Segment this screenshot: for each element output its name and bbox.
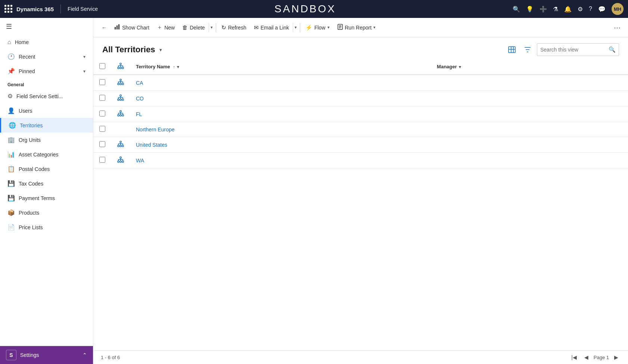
svg-rect-32 — [122, 99, 124, 100]
email-caret[interactable]: ▾ — [293, 23, 298, 32]
record-count: 1 - 6 of 6 — [101, 355, 120, 360]
back-icon: ← — [102, 25, 107, 31]
filter-view-icon[interactable] — [521, 43, 534, 56]
recent-icon: 🕐 — [7, 53, 15, 60]
sidebar-item-asset-categories[interactable]: 📊 Asset Categories — [0, 147, 93, 162]
territory-name-link[interactable]: FL — [136, 111, 142, 117]
chart-icon — [114, 24, 120, 31]
chat-icon[interactable]: 💬 — [598, 6, 606, 13]
prev-page-button[interactable]: ◀ — [582, 354, 591, 361]
sidebar-item-territories[interactable]: 🌐 Territories — [0, 118, 93, 133]
svg-rect-50 — [122, 145, 124, 147]
table-row[interactable]: United States — [93, 137, 628, 153]
manager-cell — [431, 122, 628, 137]
territory-name-link[interactable]: CO — [136, 96, 144, 102]
territory-org-icon — [117, 79, 124, 85]
first-page-button[interactable]: |◀ — [569, 354, 579, 361]
row-checkbox-cell — [93, 137, 111, 153]
lightbulb-icon[interactable]: 💡 — [526, 6, 534, 13]
more-options-icon[interactable]: ⋯ — [611, 22, 624, 33]
filter-icon[interactable]: ⚗ — [553, 6, 558, 13]
back-button[interactable]: ← — [98, 22, 111, 33]
table-row[interactable]: FL — [93, 106, 628, 122]
svg-rect-21 — [118, 83, 119, 85]
sidebar-item-org-units[interactable]: 🏢 Org Units — [0, 133, 93, 147]
new-plus-icon: ＋ — [157, 24, 162, 31]
tax-codes-icon: 💾 — [7, 180, 15, 187]
territory-name-link[interactable]: Northern Europe — [136, 127, 175, 133]
row-checkbox[interactable] — [99, 95, 105, 101]
sidebar-item-pinned[interactable]: 📌 Pinned ▾ — [0, 64, 93, 78]
sidebar-item-recent[interactable]: 🕐 Recent ▾ — [0, 49, 93, 64]
flow-icon: ⚡ — [305, 24, 313, 31]
svg-rect-22 — [120, 83, 121, 85]
row-checkbox[interactable] — [99, 126, 105, 132]
row-icon-cell — [111, 106, 130, 122]
search-box: 🔍 — [537, 43, 619, 56]
delete-button[interactable]: 🗑 Delete — [178, 22, 208, 33]
manager-col-header[interactable]: Manager ▾ — [431, 59, 628, 75]
table-row[interactable]: WA — [93, 153, 628, 168]
svg-rect-49 — [120, 145, 121, 147]
sidebar-item-products[interactable]: 📦 Products — [0, 205, 93, 220]
territory-name-label: Territory Name — [136, 64, 170, 69]
notification-icon[interactable]: 🔔 — [564, 6, 572, 13]
help-icon[interactable]: ? — [589, 6, 592, 12]
hamburger-menu-icon[interactable]: ☰ — [0, 18, 93, 35]
add-icon[interactable]: ➕ — [540, 6, 547, 13]
view-title-caret-icon[interactable]: ▾ — [159, 47, 162, 53]
postal-codes-icon: 📋 — [7, 165, 15, 172]
sidebar-item-payment-terms[interactable]: 💾 Payment Terms — [0, 191, 93, 205]
run-report-button[interactable]: Run Report ▾ — [333, 22, 380, 33]
row-checkbox[interactable] — [99, 111, 105, 116]
show-chart-button[interactable]: Show Chart — [111, 22, 153, 33]
table-row[interactable]: CA — [93, 75, 628, 91]
sidebar-item-users[interactable]: 👤 Users — [0, 103, 93, 118]
app-launcher-icon[interactable] — [4, 5, 13, 13]
sidebar-item-tax-codes-label: Tax Codes — [19, 181, 43, 187]
search-icon[interactable]: 🔍 — [513, 6, 520, 13]
search-submit-icon[interactable]: 🔍 — [609, 46, 616, 53]
table-row[interactable]: Northern Europe — [93, 122, 628, 137]
row-checkbox[interactable] — [99, 79, 105, 85]
view-header: All Territories ▾ — [93, 37, 628, 59]
svg-rect-14 — [122, 67, 124, 69]
sidebar-item-price-lists[interactable]: 📄 Price Lists — [0, 220, 93, 234]
view-columns-icon[interactable] — [506, 43, 518, 56]
refresh-button[interactable]: ↻ Refresh — [218, 22, 250, 33]
new-button[interactable]: ＋ New — [153, 22, 178, 33]
sidebar-item-home[interactable]: ⌂ Home — [0, 35, 93, 49]
user-avatar[interactable]: MH — [612, 3, 624, 15]
territory-org-icon — [117, 94, 124, 101]
email-link-button[interactable]: ✉ Email a Link — [250, 22, 293, 33]
territory-name-link[interactable]: United States — [136, 142, 167, 148]
sidebar-item-field-service-settings[interactable]: ⚙ Field Service Setti... — [0, 89, 93, 103]
manager-col-caret-icon: ▾ — [459, 65, 461, 69]
territory-name-cell: Northern Europe — [130, 122, 431, 137]
flow-button[interactable]: ⚡ Flow ▾ — [302, 22, 333, 33]
table-row[interactable]: CO — [93, 91, 628, 106]
row-checkbox-cell — [93, 122, 111, 137]
content-area: ← Show Chart ＋ New 🗑 Delete ▾ ↻ Refresh — [93, 18, 628, 364]
row-checkbox-cell — [93, 153, 111, 168]
row-checkbox[interactable] — [99, 141, 105, 147]
territory-name-link[interactable]: CA — [136, 80, 143, 86]
run-report-icon — [337, 24, 343, 31]
territory-name-link[interactable]: WA — [136, 158, 144, 164]
next-page-button[interactable]: ▶ — [612, 354, 621, 361]
svg-rect-13 — [120, 67, 121, 69]
territory-name-col-header[interactable]: Territory Name ↑ ▾ — [130, 59, 431, 75]
sidebar-item-postal-codes[interactable]: 📋 Postal Codes — [0, 162, 93, 176]
svg-rect-31 — [120, 99, 121, 100]
settings-icon[interactable]: ⚙ — [578, 6, 583, 13]
svg-rect-38 — [120, 111, 121, 112]
recent-chevron-icon: ▾ — [83, 54, 86, 59]
settings-footer[interactable]: S Settings ⌃ — [0, 346, 93, 364]
sidebar-item-tax-codes[interactable]: 💾 Tax Codes — [0, 176, 93, 191]
email-link-label: Email a Link — [261, 25, 289, 31]
search-input[interactable] — [540, 47, 609, 53]
select-all-checkbox[interactable] — [99, 63, 105, 69]
delete-caret[interactable]: ▾ — [209, 23, 214, 32]
view-title[interactable]: All Territories — [102, 45, 155, 55]
row-checkbox[interactable] — [99, 157, 105, 163]
